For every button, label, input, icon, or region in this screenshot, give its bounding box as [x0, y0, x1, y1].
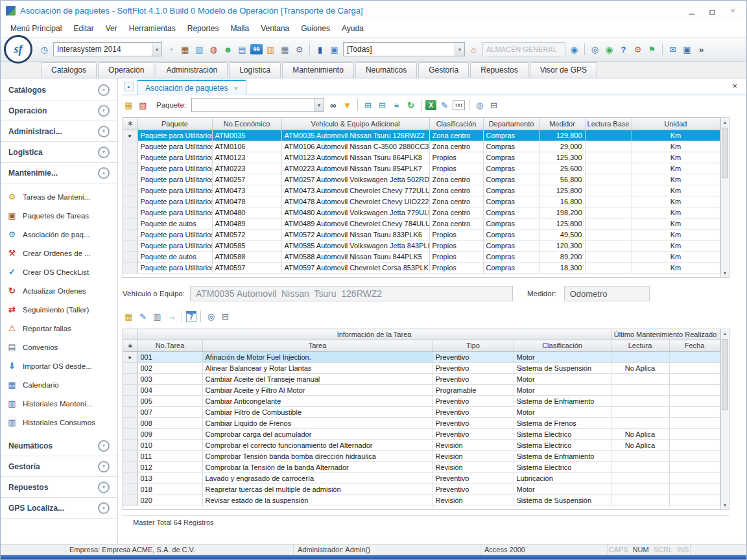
scroll-up-icon[interactable]: ▲ [721, 329, 729, 338]
chevron-down-circle-icon[interactable]: ▼ [98, 126, 110, 137]
sidebar-item-calendario[interactable]: ▦Calendario [1, 375, 117, 394]
column-header-paquete[interactable]: Paquete [137, 118, 212, 130]
gear-icon[interactable]: ⚙ [293, 43, 305, 56]
tree-collapse-icon[interactable]: ⊟ [376, 99, 388, 111]
desktop-icon[interactable]: ▣ [681, 43, 693, 56]
menu-ventana[interactable]: Ventana [255, 22, 295, 35]
restore-button[interactable] [707, 6, 717, 15]
sidebar-section-gestoria[interactable]: Gestoría▼ [1, 456, 117, 477]
table-row[interactable]: 012Comprobar la Tensión de la banda Alte… [123, 461, 720, 472]
chat-icon[interactable]: ✉ [667, 43, 679, 56]
sidebar-item-paquetes-de-tareas[interactable]: ▣Paquetes de Tareas [1, 206, 117, 225]
scrollbar-track[interactable] [721, 126, 729, 269]
sidebar-section-logistica[interactable]: Logistica▼ [1, 142, 117, 163]
scrollbar-thumb[interactable] [722, 128, 728, 178]
menu-herramientas[interactable]: Herramientas [123, 22, 182, 35]
globe-add-icon[interactable]: ◉ [603, 43, 615, 56]
sidebar-item-historiales-consumos[interactable]: ▥Historiales Consumos [1, 413, 117, 432]
menu-menu-principal[interactable]: Menú Principal [5, 22, 67, 35]
column-header-no-economico[interactable]: No.Económico [212, 118, 281, 130]
table-row[interactable]: 007Cambiar Filtro de CombustiblePreventi… [123, 406, 720, 417]
table-row[interactable]: 018Reapretar tuercas del multiple de adm… [123, 484, 720, 495]
scrollbar-thumb[interactable] [722, 339, 728, 410]
scrollbar-track[interactable] [721, 338, 729, 501]
table-row[interactable]: Paquete para UtilitariosATM0106ATM0106 A… [123, 141, 720, 152]
column-header-clasificacion[interactable]: Clasificación [514, 340, 611, 351]
overflow-icon[interactable]: » [695, 43, 707, 56]
vertical-scrollbar[interactable]: ▲ ▼ [720, 117, 729, 278]
chevron-down-circle-icon[interactable]: ▼ [98, 482, 110, 493]
menu-ver[interactable]: Ver [100, 22, 123, 35]
search-document-icon[interactable]: ◎ [589, 43, 601, 56]
company-combo[interactable]: Interasystem 2014 ▾ [53, 42, 162, 56]
sidebar-section-operacion[interactable]: Operación▼ [1, 100, 117, 121]
help-icon[interactable]: ? [617, 43, 630, 56]
column-header-vehiculo-equipo-adicional[interactable]: Vehículo & Equipo Adicional [281, 118, 429, 130]
table-row[interactable]: 008Cambiar Liquido de FrenosPreventivoSi… [123, 417, 720, 428]
module-tab-gestoria[interactable]: Gestoría [418, 62, 469, 78]
filter-edit-icon[interactable]: ▧ [137, 99, 149, 111]
sidebar-item-tareas-de-manteni[interactable]: ⚙Tareas de Manteni... [1, 187, 117, 206]
card-icon[interactable]: ▥ [151, 310, 163, 323]
tab-asociacion-de-paquetes[interactable]: Asociación de paquetes × [137, 80, 246, 95]
new-document-icon[interactable]: ▤ [236, 43, 248, 56]
tab-scroll-button[interactable]: ▲ [124, 82, 134, 91]
table-row[interactable]: Paquete para UtilitariosATM0123ATM0123 A… [123, 152, 720, 163]
chevron-down-icon[interactable]: ▾ [455, 43, 464, 56]
table-row[interactable]: Paquete para UtilitariosATM0572ATM0572 A… [123, 229, 720, 240]
preview-icon[interactable]: ◎ [205, 310, 217, 323]
menu-editar[interactable]: Editar [67, 22, 99, 35]
scroll-up-icon[interactable]: ▲ [721, 118, 729, 126]
find-grid-icon[interactable]: ▦ [123, 99, 135, 111]
table-row[interactable]: Paquete para UtilitariosATM0478ATM0478 A… [123, 196, 720, 207]
column-header-departamento[interactable]: Departamento [483, 118, 540, 130]
module-tab-administracion[interactable]: Administración [156, 62, 228, 78]
minimize-button[interactable] [687, 6, 696, 15]
find-grid-icon[interactable]: ▦ [123, 310, 135, 323]
table-row[interactable]: 004Cambiar Aceite y Filtro Al MotorProgr… [123, 384, 720, 395]
sidebar-section-administraci[interactable]: Administraci...▼ [1, 121, 117, 142]
table-row[interactable]: 009Comprobar carga del acumuladorPrevent… [123, 428, 720, 439]
table-row[interactable]: Paquete para UtilitariosATM0480ATM0480 A… [123, 207, 720, 218]
close-tab-icon[interactable]: × [233, 84, 237, 92]
column-header-lectura-base[interactable]: Lectura Base [585, 118, 632, 130]
module-tab-catalogos[interactable]: Catálogos [41, 62, 97, 78]
sidebar-item-convenios[interactable]: ▤Convenios [1, 338, 117, 356]
menu-guiones[interactable]: Guiones [295, 22, 336, 35]
table-row[interactable]: Paquete para UtilitariosATM0473ATM0473 A… [123, 185, 720, 196]
table-row[interactable]: 020Revisar estado de la suspensiónRevisi… [123, 495, 720, 506]
menu-malla[interactable]: Malla [224, 22, 255, 35]
export-icon[interactable]: → [165, 310, 178, 323]
module-tab-visor-de-gps[interactable]: Visor de GPS [530, 62, 597, 78]
column-header-no-tarea[interactable]: No.Tarea [137, 340, 202, 351]
chevron-down-circle-icon[interactable]: ▼ [98, 105, 110, 117]
edit-icon[interactable]: ✎ [137, 310, 149, 323]
preview-icon[interactable]: ◎ [473, 99, 486, 111]
column-header-tipo[interactable]: Tipo [433, 340, 514, 351]
sidebar-item-asociacion-de-paq[interactable]: ⚙Asociación de paq... [1, 225, 117, 244]
table-row[interactable]: 003Cambiar Aceite del Transeje manualPre… [123, 373, 720, 384]
table-row[interactable]: Paquete de autosATM0588ATM0588 Automovil… [123, 251, 720, 262]
chevron-down-icon[interactable]: ▾ [314, 99, 324, 111]
table-row[interactable]: Paquete para UtilitariosATM0597ATM0597 A… [123, 262, 720, 273]
flag-icon[interactable]: ⚑ [646, 43, 658, 56]
tree-levels-icon[interactable]: ≡ [390, 99, 403, 111]
clock-icon[interactable]: ◷ [38, 43, 51, 56]
print-icon[interactable]: ⊟ [219, 310, 231, 323]
sidebar-item-seguimiento-taller[interactable]: ⇄Seguimiento (Taller) [1, 300, 117, 319]
table-row[interactable]: Paquete para UtilitariosATM0257ATM0257 A… [123, 174, 720, 185]
chevron-down-circle-icon[interactable]: ▼ [98, 461, 110, 472]
table-row[interactable]: 010Comprobar el correcto funcionamiento … [123, 439, 720, 450]
txt-icon[interactable]: TXT [453, 100, 465, 110]
sidebar-item-reportar-fallas[interactable]: ⚠Reportar fallas [1, 319, 117, 338]
module-tab-repuestos[interactable]: Repuestos [470, 62, 528, 78]
badge-99-icon[interactable]: 99 [250, 44, 263, 54]
excel-icon[interactable]: X [425, 100, 436, 110]
sidebar-item-crear-ordenes-de[interactable]: ⚒Crear Ordenes de ... [1, 244, 117, 262]
menu-reportes[interactable]: Reportes [182, 22, 225, 35]
column-header-unidad[interactable]: Unidad [632, 118, 720, 130]
building-icon[interactable]: ▦ [179, 43, 191, 56]
vehiculo-field[interactable]: ATM0035 Automovil Nissan Tsuru 126RWZ2 [190, 286, 513, 301]
sidebar-item-crear-os-checklist[interactable]: ✓Crear OS CheckList [1, 262, 117, 281]
paquete-combo[interactable]: ▾ [191, 98, 324, 112]
